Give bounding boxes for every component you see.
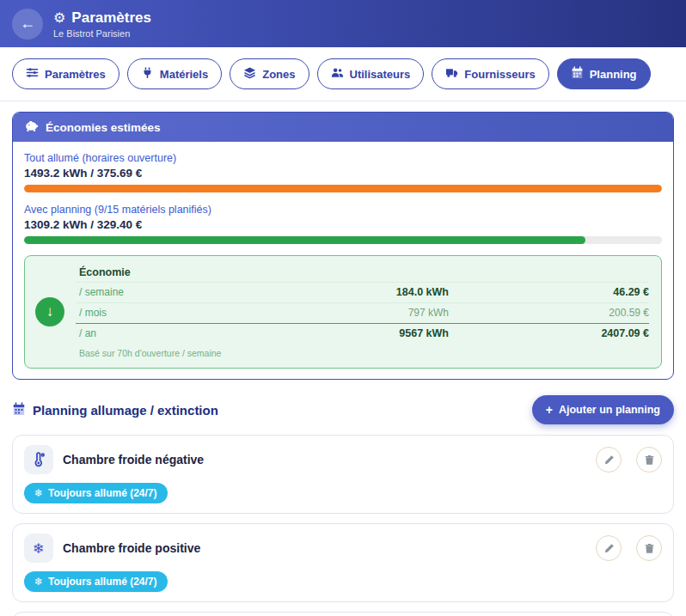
tab-bar: Paramètres Matériels Zones Utilisateurs … xyxy=(0,47,686,101)
with-planning-progress-track xyxy=(24,236,662,244)
with-planning-label: Avec planning (9/15 matériels planifiés) xyxy=(24,204,662,216)
economy-month-label: / mois xyxy=(79,307,208,319)
economy-month-kwh: 797 kWh xyxy=(208,307,449,319)
with-planning-progress-fill xyxy=(24,236,585,244)
economy-year-label: / an xyxy=(79,327,208,339)
economy-month-euro: 200.59 € xyxy=(449,307,649,319)
planning-card-clim-reversible-salle: Clim réversible salle Mar 12:00 → 14:30 … xyxy=(12,612,674,616)
back-button[interactable]: ← xyxy=(12,9,43,40)
always-on-badge: ❄ Toujours allumé (24/7) xyxy=(24,483,168,503)
tab-label: Matériels xyxy=(160,68,208,81)
tab-label: Fournisseurs xyxy=(464,68,535,81)
tab-label: Planning xyxy=(590,68,637,81)
economy-week-label: / semaine xyxy=(79,286,208,298)
economy-week-euro: 46.29 € xyxy=(449,286,649,298)
all-on-progress-track xyxy=(24,185,662,192)
restaurant-name: Le Bistrot Parisien xyxy=(53,28,151,39)
main-content: Économies estimées Tout allumé (horaires… xyxy=(0,101,686,616)
snowflake-icon: ❄ xyxy=(24,534,53,563)
tab-parametres[interactable]: Paramètres xyxy=(12,58,119,89)
always-on-badge: ❄ Toujours allumé (24/7) xyxy=(24,571,168,592)
tab-materiels[interactable]: Matériels xyxy=(127,58,222,89)
thermometer-icon xyxy=(24,445,53,474)
calendar-icon xyxy=(571,66,584,82)
tab-label: Utilisateurs xyxy=(350,68,411,81)
edit-button[interactable] xyxy=(596,447,622,473)
economy-year-euro: 2407.09 € xyxy=(449,327,649,339)
gear-icon: ⚙ xyxy=(53,11,65,25)
delete-button[interactable] xyxy=(636,447,662,473)
planning-section-title: Planning allumage / extinction xyxy=(12,402,218,418)
with-planning-group: Avec planning (9/15 matériels planifiés)… xyxy=(24,204,662,244)
all-on-value: 1493.2 kWh / 375.69 € xyxy=(24,167,662,180)
economy-note: Basé sur 70h d'ouverture / semaine xyxy=(76,344,649,359)
edit-button[interactable] xyxy=(596,535,622,561)
down-arrow-icon: ↓ xyxy=(35,297,64,326)
equipment-name: Chambre froide positive xyxy=(63,541,581,555)
header-text: ⚙ Paramètres Le Bistrot Parisien xyxy=(53,9,151,39)
all-on-label: Tout allumé (horaires ouverture) xyxy=(24,152,662,164)
calendar-icon xyxy=(12,402,26,418)
sliders-icon xyxy=(26,66,39,82)
all-on-group: Tout allumé (horaires ouverture) 1493.2 … xyxy=(24,152,662,192)
economy-row-week: / semaine 184.0 kWh 46.29 € xyxy=(76,282,649,302)
economy-title: Économie xyxy=(76,265,649,282)
planning-card-chambre-froide-negative: Chambre froide négative ❄ Toujours allum… xyxy=(12,435,674,514)
users-icon xyxy=(331,66,344,82)
add-planning-button[interactable]: + Ajouter un planning xyxy=(532,395,674,424)
app-header: ← ⚙ Paramètres Le Bistrot Parisien xyxy=(0,0,686,47)
tab-planning[interactable]: Planning xyxy=(557,58,651,89)
snowflake-icon: ❄ xyxy=(34,576,43,588)
planning-title-text: Planning allumage / extinction xyxy=(33,403,218,418)
tab-label: Paramètres xyxy=(45,68,106,81)
planning-card-chambre-froide-positive: ❄ Chambre froide positive ❄ Toujours all… xyxy=(12,523,674,602)
always-on-badge-label: Toujours allumé (24/7) xyxy=(48,576,156,588)
savings-card-title: Économies estimées xyxy=(46,121,161,134)
economy-summary-box: ↓ Économie / semaine 184.0 kWh 46.29 € /… xyxy=(24,255,662,369)
piggy-bank-icon xyxy=(24,119,39,135)
plus-icon: + xyxy=(546,403,553,417)
tab-utilisateurs[interactable]: Utilisateurs xyxy=(317,58,425,89)
always-on-badge-label: Toujours allumé (24/7) xyxy=(48,487,156,499)
snowflake-icon: ❄ xyxy=(34,487,43,499)
delete-button[interactable] xyxy=(636,535,662,561)
savings-card: Économies estimées Tout allumé (horaires… xyxy=(12,112,674,380)
economy-year-kwh: 9567 kWh xyxy=(208,327,449,339)
page-title: Paramètres xyxy=(71,9,151,27)
economy-week-kwh: 184.0 kWh xyxy=(208,286,449,298)
savings-card-header: Économies estimées xyxy=(13,113,673,142)
add-planning-label: Ajouter un planning xyxy=(559,404,660,416)
economy-row-month: / mois 797 kWh 200.59 € xyxy=(76,302,649,323)
tab-zones[interactable]: Zones xyxy=(230,58,309,89)
truck-icon xyxy=(445,66,458,82)
tab-fournisseurs[interactable]: Fournisseurs xyxy=(432,58,548,89)
economy-row-year: / an 9567 kWh 2407.09 € xyxy=(76,323,649,344)
layers-icon xyxy=(243,66,256,82)
tab-label: Zones xyxy=(262,68,295,81)
all-on-progress-fill xyxy=(24,185,662,192)
equipment-name: Chambre froide négative xyxy=(63,453,581,467)
plug-icon xyxy=(141,66,154,82)
with-planning-value: 1309.2 kWh / 329.40 € xyxy=(24,218,662,231)
